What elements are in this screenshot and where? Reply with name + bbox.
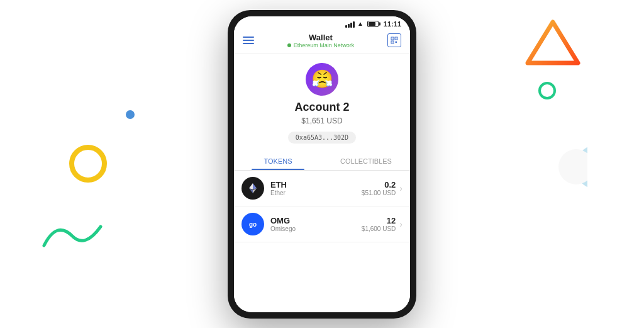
account-section: 😤 Account 2 $1,651 USD 0xa65A3...302D	[234, 54, 410, 151]
status-bar: ▲ 11:11	[234, 16, 410, 29]
phone-body: ▲ 11:11 Wallet Ethereum Ma	[228, 10, 416, 319]
eth-usd: $51.00 USD	[362, 189, 396, 196]
qr-icon-svg	[391, 37, 398, 44]
svg-text:go: go	[249, 221, 257, 228]
app-bar: Wallet Ethereum Main Network	[234, 29, 410, 54]
battery-fill	[369, 22, 375, 26]
deco-blue-dot	[126, 110, 135, 119]
eth-token-info: ETH Ether	[270, 180, 362, 196]
wifi-icon: ▲	[357, 20, 364, 27]
svg-rect-9	[396, 41, 397, 42]
eth-amount: 0.2 $51.00 USD	[362, 180, 396, 196]
deco-green-squiggle	[38, 214, 113, 261]
hamburger-line-2	[243, 40, 254, 41]
signal-bar-3	[350, 23, 352, 28]
signal-icon	[345, 20, 355, 28]
svg-rect-5	[392, 38, 392, 39]
token-list: ETH Ether 0.2 $51.00 USD › go	[234, 171, 410, 312]
omg-token-icon: go	[242, 213, 264, 235]
account-name: Account 2	[294, 101, 349, 114]
account-address[interactable]: 0xa65A3...302D	[288, 132, 356, 144]
svg-point-1	[558, 149, 587, 184]
svg-rect-7	[392, 42, 392, 43]
eth-value: 0.2	[362, 180, 396, 189]
svg-rect-6	[396, 38, 396, 39]
omg-name: Omisego	[270, 225, 362, 232]
hamburger-menu-button[interactable]	[243, 37, 254, 44]
hamburger-line-3	[243, 43, 254, 44]
tabs-container: TOKENS COLLECTIBLES	[234, 151, 410, 171]
omg-amount: 12 $1,600 USD	[362, 216, 396, 232]
deco-triangle-icon	[525, 19, 581, 72]
eth-token-icon	[242, 177, 264, 200]
battery-icon	[367, 21, 379, 27]
token-item-omg[interactable]: go OMG Omisego 12 $1,600 USD ›	[234, 206, 410, 242]
account-avatar[interactable]: 😤	[306, 63, 338, 96]
status-time: 11:11	[384, 20, 401, 28]
svg-marker-0	[528, 22, 578, 63]
omg-usd: $1,600 USD	[362, 225, 396, 232]
qr-scan-button[interactable]	[387, 33, 401, 47]
hamburger-line-1	[243, 37, 254, 38]
signal-bar-1	[345, 25, 347, 28]
phone-mockup: ▲ 11:11 Wallet Ethereum Ma	[228, 10, 416, 319]
eth-name: Ether	[270, 189, 362, 196]
signal-bar-2	[348, 24, 350, 28]
deco-yellow-ring	[69, 145, 107, 183]
omg-token-info: OMG Omisego	[270, 216, 362, 232]
network-dot	[287, 43, 291, 47]
svg-rect-10	[395, 42, 396, 43]
tab-tokens[interactable]: TOKENS	[234, 151, 322, 170]
eth-chevron-icon: ›	[399, 183, 402, 193]
network-indicator: Ethereum Main Network	[287, 42, 355, 48]
deco-blue-moon	[531, 139, 587, 198]
svg-rect-11	[396, 42, 397, 43]
deco-green-ring	[538, 82, 556, 99]
token-item-eth[interactable]: ETH Ether 0.2 $51.00 USD ›	[234, 171, 410, 206]
account-balance: $1,651 USD	[301, 116, 342, 125]
omg-symbol: OMG	[270, 216, 362, 225]
phone-screen: ▲ 11:11 Wallet Ethereum Ma	[234, 16, 410, 312]
app-bar-center: Wallet Ethereum Main Network	[287, 33, 355, 48]
omg-value: 12	[362, 216, 396, 225]
network-name: Ethereum Main Network	[294, 42, 355, 48]
svg-rect-8	[395, 41, 396, 42]
avatar-emoji: 😤	[311, 71, 333, 88]
eth-symbol: ETH	[270, 180, 362, 189]
eth-icon-svg	[247, 182, 259, 195]
omg-chevron-icon: ›	[399, 219, 402, 229]
omg-icon-svg: go	[247, 218, 259, 230]
wallet-title: Wallet	[287, 33, 355, 42]
tab-collectibles[interactable]: COLLECTIBLES	[322, 151, 410, 170]
signal-bar-4	[353, 21, 355, 28]
